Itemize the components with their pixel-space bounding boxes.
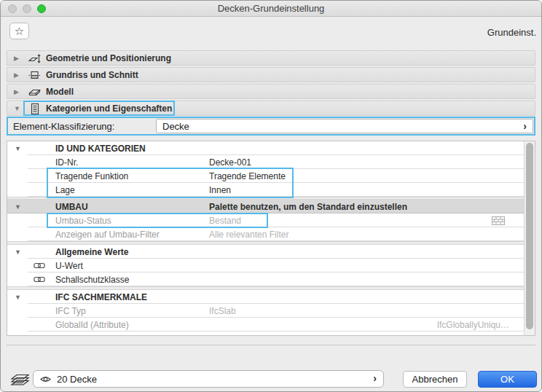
vertical-scrollbar[interactable] (524, 141, 535, 335)
table-group-row[interactable]: ▼ ID UND KATEGORIEN (7, 141, 524, 155)
disclosure-triangle-icon[interactable]: ▼ (15, 145, 21, 152)
row-value: Palette benutzen, um den Standard einzus… (209, 202, 407, 212)
disclosure-triangle-icon[interactable]: ▶ (14, 71, 19, 79)
disclosure-triangle-icon[interactable]: ▼ (15, 203, 21, 211)
layer-selector[interactable]: 20 Decke › (33, 370, 384, 388)
dialog-window: Decken-Grundeinstellung ☆ Grundeinst. ▶ … (0, 0, 542, 392)
table-row[interactable]: Tragende Funktion Tragende Elemente (7, 169, 524, 183)
classification-value: Decke (162, 121, 189, 132)
chevron-right-icon: › (523, 120, 527, 132)
section-geometrie[interactable]: ▶ Geometrie und Positionierung (7, 50, 535, 66)
chevron-right-icon: › (373, 372, 377, 384)
layers-icon[interactable] (10, 370, 30, 388)
section-label: Grundriss und Schnitt (46, 70, 138, 80)
disclosure-triangle-icon[interactable]: ▼ (15, 294, 21, 301)
table-row[interactable]: Anzeigen auf Umbau-Filter Alle relevante… (7, 227, 524, 241)
scrollbar-thumb[interactable] (526, 143, 533, 329)
row-label: Umbau-Status (55, 216, 111, 226)
cancel-button[interactable]: Abbrechen (403, 371, 467, 388)
row-label: Tragende Funktion (55, 171, 128, 181)
eye-icon (40, 375, 51, 384)
table-row[interactable]: Lage Innen (7, 183, 524, 197)
section-label: Geometrie und Positionierung (46, 53, 171, 63)
table-group-row[interactable]: ▼ Allgemeine Werte (7, 245, 524, 259)
row-label: ID UND KATEGORIEN (55, 144, 146, 154)
table-row[interactable]: Schallschutzklasse (7, 273, 524, 286)
table-row[interactable]: Umbau-Status Bestand (7, 213, 524, 227)
row-value[interactable]: IfcSlab (209, 306, 236, 316)
disclosure-triangle-icon[interactable]: ▼ (14, 105, 20, 112)
row-value[interactable]: Decke-001 (209, 157, 251, 168)
table-group-row[interactable]: ▼ UMBAU Palette benutzen, um den Standar… (7, 200, 524, 213)
floorplan-section-icon (28, 69, 41, 82)
row-value[interactable]: IfcGloballyUniqu… (437, 320, 509, 330)
categories-icon (28, 103, 41, 115)
disclosure-triangle-icon[interactable]: ▶ (14, 88, 19, 95)
element-classification-row: Element-Klassifizierung: Decke › (7, 117, 535, 136)
row-value[interactable]: Tragende Elemente (209, 171, 286, 181)
favorites-button[interactable]: ☆ (9, 23, 29, 39)
section-modell[interactable]: ▶ Modell (7, 84, 535, 99)
footer-divider (7, 345, 535, 345)
slab-geometry-icon (28, 52, 41, 65)
row-label: UMBAU (55, 202, 88, 212)
row-value[interactable]: Innen (209, 185, 231, 195)
properties-table: ▼ ID UND KATEGORIEN ID-Nr. Decke-001 Tra… (7, 141, 535, 336)
section-kategorien[interactable]: ▼ Kategorien und Eigenschaften (7, 101, 535, 116)
classification-dropdown[interactable]: Decke › (156, 119, 533, 133)
row-label: Lage (55, 185, 75, 195)
section-label: Kategorien und Eigenschaften (46, 103, 172, 114)
table-row[interactable]: GlobalId (Attribute) IfcGloballyUniqu… (7, 318, 524, 332)
row-label: U-Wert (55, 261, 83, 271)
row-label: Schallschutzklasse (55, 275, 129, 285)
row-label: IFC Typ (55, 306, 86, 316)
link-icon (34, 275, 45, 284)
disclosure-triangle-icon[interactable]: ▶ (14, 55, 19, 62)
row-label: Anzeigen auf Umbau-Filter (55, 230, 160, 240)
properties-table-body: ▼ ID UND KATEGORIEN ID-Nr. Decke-001 Tra… (7, 141, 524, 335)
row-label: GlobalId (Attribute) (55, 320, 129, 330)
row-label: IFC SACHMERKMALE (55, 292, 147, 302)
section-label: Modell (46, 87, 74, 97)
window-title: Decken-Grundeinstellung (1, 3, 541, 14)
row-label: ID-Nr. (55, 157, 78, 168)
row-value[interactable]: Bestand (209, 216, 241, 226)
brick-wall-icon[interactable] (492, 215, 505, 226)
ok-button[interactable]: OK (478, 371, 537, 388)
section-grundriss[interactable]: ▶ Grundriss und Schnitt (7, 67, 535, 82)
table-row[interactable]: IFC Typ IfcSlab (7, 304, 524, 318)
table-row[interactable]: U-Wert (7, 259, 524, 273)
table-row[interactable]: ID-Nr. Decke-001 (7, 155, 524, 169)
header-right-label: Grundeinst. (487, 27, 536, 38)
titlebar: Decken-Grundeinstellung (1, 1, 541, 17)
layer-value: 20 Decke (57, 374, 97, 385)
table-group-row[interactable]: ▼ IFC SACHMERKMALE (7, 290, 524, 304)
star-icon: ☆ (15, 25, 24, 37)
row-label: Allgemeine Werte (55, 247, 128, 257)
link-icon (34, 261, 45, 270)
disclosure-triangle-icon[interactable]: ▼ (15, 248, 21, 256)
row-value[interactable]: Alle relevanten Filter (209, 230, 288, 240)
classification-label: Element-Klassifizierung: (13, 121, 114, 132)
model-icon (28, 86, 41, 98)
